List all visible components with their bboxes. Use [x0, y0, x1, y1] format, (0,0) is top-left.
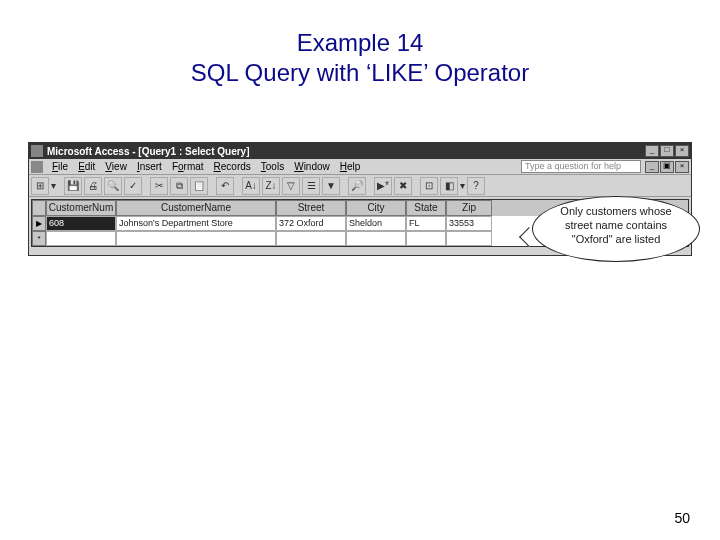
- filter-form-icon[interactable]: ☰: [302, 177, 320, 195]
- sort-asc-icon[interactable]: A↓: [242, 177, 260, 195]
- new-record-icon[interactable]: ▶*: [374, 177, 392, 195]
- delete-record-icon[interactable]: ✖: [394, 177, 412, 195]
- menu-insert[interactable]: Insert: [132, 161, 167, 172]
- col-header-customer-name[interactable]: CustomerName: [116, 200, 276, 216]
- slide-title-line2: SQL Query with ‘LIKE’ Operator: [191, 59, 529, 86]
- app-icon: [31, 145, 43, 157]
- menu-records[interactable]: Records: [209, 161, 256, 172]
- cell-zip[interactable]: 33553: [446, 216, 492, 231]
- undo-icon[interactable]: ↶: [216, 177, 234, 195]
- cell-customer-num[interactable]: 608: [46, 216, 116, 231]
- mdi-minimize-button[interactable]: _: [645, 161, 659, 173]
- menu-format[interactable]: Format: [167, 161, 209, 172]
- cell-empty[interactable]: [116, 231, 276, 246]
- window-controls: _ □ ×: [645, 145, 689, 157]
- callout-line1: Only customers whose: [560, 205, 671, 217]
- save-icon[interactable]: 💾: [64, 177, 82, 195]
- window-title: Microsoft Access - [Query1 : Select Quer…: [47, 146, 645, 157]
- cut-icon[interactable]: ✂: [150, 177, 168, 195]
- slide-title-line1: Example 14: [297, 29, 424, 56]
- select-all-box[interactable]: [32, 200, 46, 216]
- help-icon[interactable]: ?: [467, 177, 485, 195]
- datasheet: CustomerNum CustomerName Street City Sta…: [31, 199, 689, 247]
- cell-empty[interactable]: [446, 231, 492, 246]
- cell-empty[interactable]: [46, 231, 116, 246]
- menu-window[interactable]: Window: [289, 161, 335, 172]
- col-header-state[interactable]: State: [406, 200, 446, 216]
- titlebar: Microsoft Access - [Query1 : Select Quer…: [29, 143, 691, 159]
- cell-empty[interactable]: [346, 231, 406, 246]
- copy-icon[interactable]: ⧉: [170, 177, 188, 195]
- callout-line2: street name contains: [565, 219, 667, 231]
- menu-view[interactable]: View: [100, 161, 132, 172]
- database-window-icon[interactable]: ⊡: [420, 177, 438, 195]
- callout-bubble: Only customers whose street name contain…: [532, 196, 700, 262]
- dropdown-icon[interactable]: ▾: [51, 180, 56, 191]
- mdi-controls: _ ▣ ×: [645, 161, 689, 173]
- cell-empty[interactable]: [406, 231, 446, 246]
- cell-empty[interactable]: [276, 231, 346, 246]
- toolbar: ⊞ ▾ 💾 🖨 🔍 ✓ ✂ ⧉ 📋 ↶ A↓ Z↓ ▽ ☰ ▼ 🔎 ▶* ✖ ⊡…: [29, 175, 691, 197]
- spell-icon[interactable]: ✓: [124, 177, 142, 195]
- access-window: Microsoft Access - [Query1 : Select Quer…: [28, 142, 692, 256]
- print-icon[interactable]: 🖨: [84, 177, 102, 195]
- maximize-button[interactable]: □: [660, 145, 674, 157]
- minimize-button[interactable]: _: [645, 145, 659, 157]
- row-selector-new[interactable]: *: [32, 231, 46, 246]
- cell-city[interactable]: Sheldon: [346, 216, 406, 231]
- close-button[interactable]: ×: [675, 145, 689, 157]
- view-icon[interactable]: ⊞: [31, 177, 49, 195]
- slide-title: Example 14 SQL Query with ‘LIKE’ Operato…: [0, 28, 720, 88]
- dropdown-icon[interactable]: ▾: [460, 180, 465, 191]
- col-header-customer-num[interactable]: CustomerNum: [46, 200, 116, 216]
- apply-filter-icon[interactable]: ▼: [322, 177, 340, 195]
- page-number: 50: [674, 510, 690, 526]
- current-record-icon: ▶: [36, 219, 42, 228]
- mdi-restore-button[interactable]: ▣: [660, 161, 674, 173]
- sort-desc-icon[interactable]: Z↓: [262, 177, 280, 195]
- mdi-icon: [31, 161, 43, 173]
- menubar: File Edit View Insert Format Records Too…: [29, 159, 691, 175]
- col-header-zip[interactable]: Zip: [446, 200, 492, 216]
- row-selector-current[interactable]: ▶: [32, 216, 46, 231]
- print-preview-icon[interactable]: 🔍: [104, 177, 122, 195]
- menu-edit[interactable]: Edit: [73, 161, 100, 172]
- cell-customer-name[interactable]: Johnson's Department Store: [116, 216, 276, 231]
- menu-tools[interactable]: Tools: [256, 161, 289, 172]
- new-object-icon[interactable]: ◧: [440, 177, 458, 195]
- help-question-box[interactable]: Type a question for help: [521, 160, 641, 173]
- callout: Only customers whose street name contain…: [526, 196, 700, 270]
- new-record-marker-icon: *: [37, 234, 40, 243]
- cell-state[interactable]: FL: [406, 216, 446, 231]
- find-icon[interactable]: 🔎: [348, 177, 366, 195]
- callout-line3: "Oxford" are listed: [572, 233, 661, 245]
- filter-selection-icon[interactable]: ▽: [282, 177, 300, 195]
- paste-icon[interactable]: 📋: [190, 177, 208, 195]
- menu-file[interactable]: File: [47, 161, 73, 172]
- mdi-close-button[interactable]: ×: [675, 161, 689, 173]
- col-header-city[interactable]: City: [346, 200, 406, 216]
- menu-help[interactable]: Help: [335, 161, 366, 172]
- cell-street[interactable]: 372 Oxford: [276, 216, 346, 231]
- col-header-street[interactable]: Street: [276, 200, 346, 216]
